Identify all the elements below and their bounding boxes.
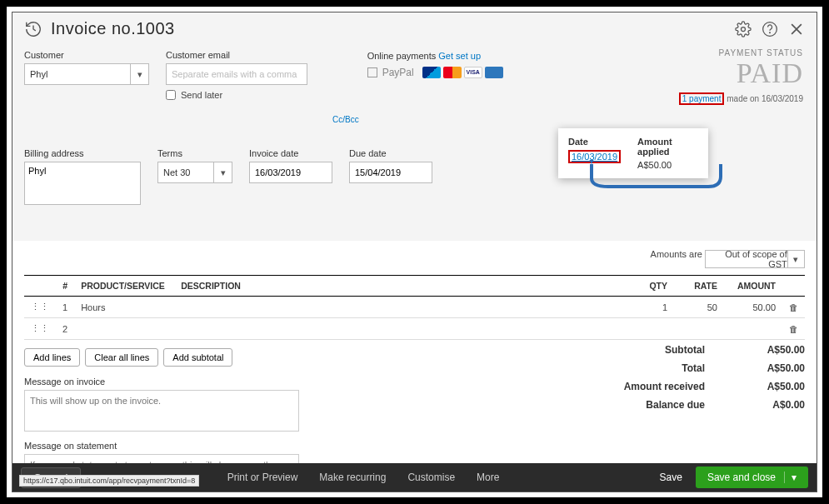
online-payments-label: Online payments Get set up bbox=[367, 51, 481, 61]
paypal-icon bbox=[422, 67, 441, 78]
terms-label: Terms bbox=[157, 148, 232, 158]
paypal-checkbox[interactable] bbox=[367, 67, 377, 77]
payment-popover: Date 16/03/2019 Amount applied A$50.00 bbox=[558, 128, 708, 178]
payment-date-link[interactable]: 16/03/2019 bbox=[568, 150, 621, 163]
amounts-are-select[interactable]: Out of scope of GST ▾ bbox=[705, 250, 805, 268]
more-link[interactable]: More bbox=[477, 472, 499, 483]
add-lines-button[interactable]: Add lines bbox=[24, 348, 80, 367]
billing-textarea[interactable] bbox=[24, 162, 141, 205]
payment-link-tail: made on 16/03/2019 bbox=[727, 94, 803, 103]
table-row[interactable]: ⋮⋮ 2 🗑 bbox=[24, 318, 805, 340]
amounts-are-label: Amounts are bbox=[651, 249, 702, 259]
msg-statement-label: Message on statement bbox=[24, 441, 805, 451]
clear-lines-button[interactable]: Clear all lines bbox=[85, 348, 158, 367]
close-icon[interactable] bbox=[788, 21, 805, 37]
table-row[interactable]: ⋮⋮ 1 Hours 1 50 50.00 🗑 bbox=[24, 297, 805, 318]
send-later-checkbox[interactable]: Send later bbox=[166, 90, 307, 100]
email-label: Customer email bbox=[166, 50, 307, 60]
customise-link[interactable]: Customise bbox=[407, 472, 455, 483]
page-title: Invoice no.1003 bbox=[51, 19, 175, 38]
payment-status-value: PAID bbox=[679, 57, 803, 89]
amex-icon bbox=[485, 67, 503, 78]
paypal-label: PayPal bbox=[382, 67, 414, 78]
chevron-down-icon: ▾ bbox=[130, 64, 148, 84]
msg-invoice-textarea[interactable] bbox=[24, 390, 299, 432]
trash-icon[interactable]: 🗑 bbox=[782, 297, 805, 318]
chevron-down-icon: ▾ bbox=[787, 251, 804, 267]
terms-select[interactable]: Net 30 ▾ bbox=[157, 162, 232, 183]
customer-select[interactable]: Phyl ▾ bbox=[24, 63, 149, 85]
invoice-date-input[interactable] bbox=[249, 162, 332, 183]
help-icon[interactable] bbox=[762, 21, 778, 37]
status-bar-url: https://c17.qbo.intuit.com/app/recvpayme… bbox=[19, 475, 199, 487]
save-and-close-button[interactable]: Save and close ▾ bbox=[696, 467, 808, 488]
email-input[interactable] bbox=[166, 63, 307, 85]
history-icon[interactable] bbox=[24, 20, 42, 38]
due-date-label: Due date bbox=[349, 148, 432, 158]
visa-icon: VISA bbox=[464, 67, 482, 78]
payment-amount: A$50.00 bbox=[637, 160, 672, 170]
payment-link[interactable]: 1 payment bbox=[679, 92, 725, 105]
make-recurring-link[interactable]: Make recurring bbox=[319, 472, 386, 483]
customer-value: Phyl bbox=[30, 69, 47, 79]
svg-point-1 bbox=[763, 22, 777, 36]
msg-statement-textarea[interactable] bbox=[24, 454, 299, 463]
customer-label: Customer bbox=[24, 50, 149, 60]
chevron-down-icon: ▾ bbox=[213, 162, 232, 182]
save-button[interactable]: Save bbox=[647, 467, 696, 488]
mastercard-icon bbox=[443, 67, 462, 78]
gear-icon[interactable] bbox=[735, 21, 752, 37]
grip-icon[interactable]: ⋮⋮ bbox=[24, 297, 56, 318]
get-set-up-link[interactable]: Get set up bbox=[438, 51, 481, 61]
line-items-table: # PRODUCT/SERVICE DESCRIPTION QTY RATE A… bbox=[24, 275, 805, 340]
payment-status-label: PAYMENT STATUS bbox=[679, 48, 803, 57]
trash-icon[interactable]: 🗑 bbox=[782, 318, 805, 340]
totals-block: SubtotalA$50.00 TotalA$50.00 Amount rece… bbox=[538, 341, 805, 414]
ccbcc-link[interactable]: Cc/Bcc bbox=[332, 115, 359, 124]
invoice-date-label: Invoice date bbox=[249, 148, 332, 158]
svg-point-0 bbox=[742, 27, 746, 31]
due-date-input[interactable] bbox=[349, 162, 432, 183]
billing-label: Billing address bbox=[24, 148, 141, 158]
print-preview-link[interactable]: Print or Preview bbox=[227, 472, 298, 483]
add-subtotal-button[interactable]: Add subtotal bbox=[163, 348, 232, 367]
grip-icon[interactable]: ⋮⋮ bbox=[24, 318, 56, 340]
chevron-down-icon[interactable]: ▾ bbox=[784, 472, 797, 483]
svg-point-2 bbox=[770, 32, 771, 32]
